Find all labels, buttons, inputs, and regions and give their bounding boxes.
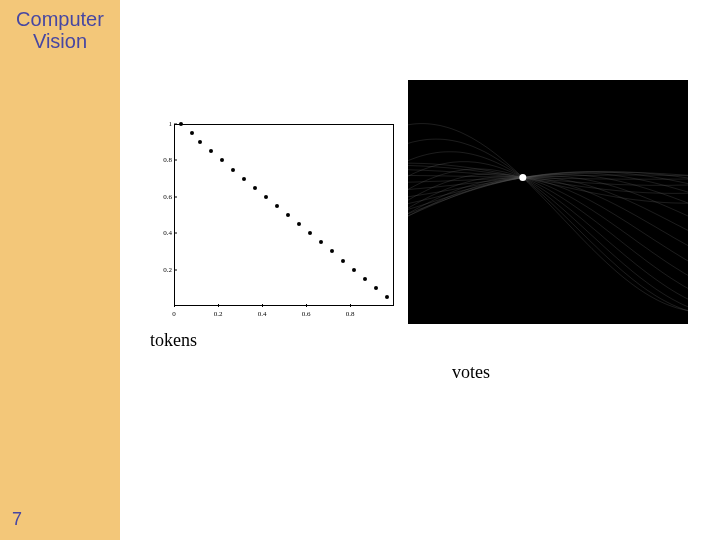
xtick-label: 0.4: [258, 310, 267, 318]
sidebar-title-line2: Vision: [33, 30, 87, 52]
ytick-label: 1: [150, 120, 172, 128]
vote-curve: [408, 174, 688, 276]
xtick-label: 0.8: [346, 310, 355, 318]
token-point: [220, 158, 224, 162]
ytick-mark: [174, 124, 177, 125]
token-point: [319, 240, 323, 244]
votes-label: votes: [452, 362, 490, 383]
page-number: 7: [12, 509, 22, 530]
xtick-mark: [262, 304, 263, 307]
token-point: [253, 186, 257, 190]
token-point: [264, 195, 268, 199]
xtick-mark: [174, 304, 175, 307]
xtick-mark: [350, 304, 351, 307]
token-point: [297, 222, 301, 226]
token-point: [231, 168, 235, 172]
slide: Computer Vision 7 0.20.40.60.8100.20.40.…: [0, 0, 720, 540]
token-point: [190, 131, 194, 135]
ytick-label: 0.4: [150, 229, 172, 237]
token-point: [209, 149, 213, 153]
votes-peak: [519, 174, 526, 181]
xtick-mark: [306, 304, 307, 307]
token-point: [363, 277, 367, 281]
token-point: [374, 286, 378, 290]
tokens-chart: 0.20.40.60.8100.20.40.60.8: [150, 120, 400, 320]
ytick-mark: [174, 160, 177, 161]
ytick-mark: [174, 233, 177, 234]
votes-svg: [408, 80, 688, 324]
token-point: [330, 249, 334, 253]
token-point: [198, 140, 202, 144]
ytick-label: 0.2: [150, 266, 172, 274]
token-point: [179, 122, 183, 126]
vote-curve: [408, 169, 688, 288]
ytick-mark: [174, 269, 177, 270]
ytick-label: 0.6: [150, 193, 172, 201]
tokens-label: tokens: [150, 330, 197, 351]
token-point: [286, 213, 290, 217]
votes-panel: [408, 80, 688, 324]
token-point: [341, 259, 345, 263]
xtick-mark: [218, 304, 219, 307]
sidebar-title-line1: Computer: [16, 8, 104, 30]
ytick-mark: [174, 196, 177, 197]
xtick-label: 0.6: [302, 310, 311, 318]
token-point: [385, 295, 389, 299]
sidebar-title: Computer Vision: [0, 8, 120, 52]
token-point: [308, 231, 312, 235]
token-point: [275, 204, 279, 208]
xtick-label: 0: [172, 310, 176, 318]
token-point: [352, 268, 356, 272]
xtick-label: 0.2: [214, 310, 223, 318]
token-point: [242, 177, 246, 181]
sidebar: Computer Vision 7: [0, 0, 120, 540]
tokens-axes: [174, 124, 394, 306]
vote-curve: [408, 139, 688, 311]
ytick-label: 0.8: [150, 156, 172, 164]
vote-curve: [408, 162, 688, 299]
